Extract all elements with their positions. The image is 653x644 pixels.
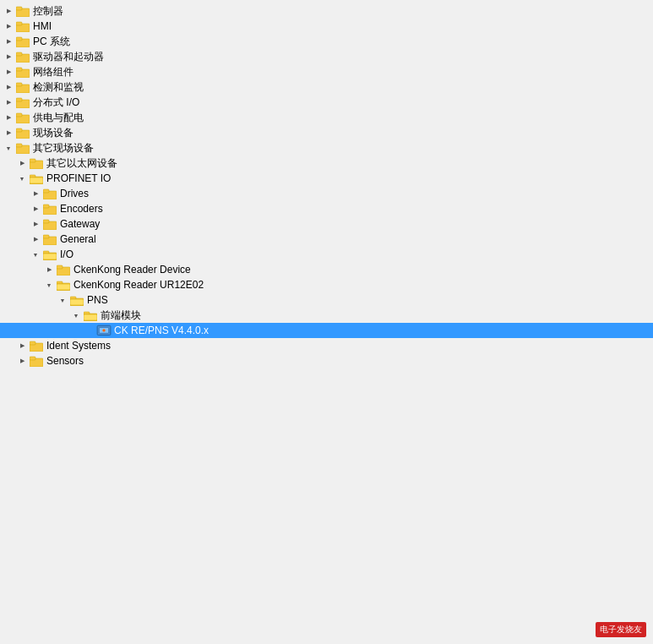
item-label-detect-monitor: 检测和监视 xyxy=(33,79,84,95)
item-label-other-field-devices: 其它现场设备 xyxy=(33,140,94,156)
device-icon-ck-re-pns xyxy=(96,325,112,336)
svg-rect-35 xyxy=(43,254,57,259)
tree-list: 控制器 HMI PC 系统 驱动器和起动器 网络组件 检测和监视 分布式 I/O… xyxy=(0,3,653,368)
svg-rect-32 xyxy=(43,235,49,238)
item-label-ident-systems: Ident Systems xyxy=(46,338,111,353)
folder-icon-gateway xyxy=(42,218,57,230)
tree-item-sensors[interactable]: Sensors xyxy=(0,353,653,368)
folder-icon-detect-monitor xyxy=(15,81,30,93)
svg-rect-43 xyxy=(70,299,84,305)
item-label-field-devices: 现场设备 xyxy=(33,125,73,140)
expand-icon-controllers[interactable] xyxy=(2,4,15,18)
folder-icon-power-supply xyxy=(15,112,30,123)
expand-icon-drives[interactable] xyxy=(29,187,42,200)
item-label-drives: Drives xyxy=(60,186,89,201)
svg-rect-46 xyxy=(84,314,97,320)
item-label-io: I/O xyxy=(60,247,73,262)
tree-item-ck-re-pns[interactable]: CK RE/PNS V4.4.0.x xyxy=(0,323,653,338)
expand-icon-io[interactable] xyxy=(29,248,42,261)
expand-icon-gateway[interactable] xyxy=(29,217,42,231)
expand-icon-hmi[interactable] xyxy=(2,19,15,33)
tree-item-ckenkong-reader-device[interactable]: CkenKong Reader Device xyxy=(0,262,653,277)
expand-icon-other-ethernet-devices[interactable] xyxy=(15,156,29,170)
svg-rect-34 xyxy=(43,251,49,254)
folder-icon-sensors xyxy=(29,355,44,367)
svg-rect-9 xyxy=(16,68,22,71)
expand-icon-field-devices[interactable] xyxy=(2,126,15,139)
svg-rect-5 xyxy=(16,37,22,41)
expand-icon-profinet-io[interactable] xyxy=(15,172,29,185)
expand-icon-detect-monitor[interactable] xyxy=(2,80,15,94)
tree-item-hmi[interactable]: HMI xyxy=(0,19,653,34)
svg-rect-24 xyxy=(30,177,43,183)
folder-icon-ckenkong-reader-device xyxy=(56,264,71,276)
tree-item-ident-systems[interactable]: Ident Systems xyxy=(0,338,653,353)
tree-item-gateway[interactable]: Gateway xyxy=(0,216,653,232)
expand-icon-power-supply[interactable] xyxy=(2,111,15,124)
tree-container: 控制器 HMI PC 系统 驱动器和起动器 网络组件 检测和监视 分布式 I/O… xyxy=(0,0,653,644)
svg-rect-39 xyxy=(57,281,63,284)
folder-icon-front-module xyxy=(83,309,98,321)
tree-item-pns[interactable]: PNS xyxy=(0,292,653,308)
svg-rect-21 xyxy=(30,159,35,162)
expand-icon-distributed-io[interactable] xyxy=(2,96,15,109)
item-label-general: General xyxy=(60,232,96,247)
tree-item-controllers[interactable]: 控制器 xyxy=(0,3,653,19)
expand-icon-network-components[interactable] xyxy=(2,65,15,79)
folder-icon-profinet-io xyxy=(29,172,44,184)
tree-item-network-components[interactable]: 网络组件 xyxy=(0,64,653,79)
expand-icon-pns[interactable] xyxy=(56,293,69,307)
tree-item-drives-starters[interactable]: 驱动器和起动器 xyxy=(0,49,653,64)
folder-icon-other-field-devices xyxy=(15,142,30,154)
svg-rect-3 xyxy=(16,22,22,25)
expand-icon-general[interactable] xyxy=(29,232,42,246)
item-label-power-supply: 供电与配电 xyxy=(33,110,84,125)
expand-icon-ident-systems[interactable] xyxy=(15,339,29,352)
tree-item-distributed-io[interactable]: 分布式 I/O xyxy=(0,95,653,110)
tree-item-detect-monitor[interactable]: 检测和监视 xyxy=(0,79,653,95)
expand-icon-pc-system[interactable] xyxy=(2,35,15,48)
folder-icon-pns xyxy=(69,294,84,306)
expand-icon-front-module[interactable] xyxy=(69,308,83,322)
svg-rect-30 xyxy=(43,220,49,223)
tree-item-profinet-io[interactable]: PROFINET IO xyxy=(0,171,653,186)
expand-icon-other-field-devices[interactable] xyxy=(2,141,15,155)
folder-icon-pc-system xyxy=(15,35,30,47)
watermark: 电子发烧友 xyxy=(596,622,646,637)
expand-icon-ck-re-pns[interactable] xyxy=(83,324,96,337)
tree-item-io[interactable]: I/O xyxy=(0,247,653,262)
item-label-network-components: 网络组件 xyxy=(33,64,73,79)
svg-rect-17 xyxy=(16,128,22,132)
svg-rect-37 xyxy=(57,265,63,269)
svg-point-49 xyxy=(102,329,105,331)
item-label-drives-starters: 驱动器和起动器 xyxy=(33,49,104,64)
svg-rect-11 xyxy=(16,83,22,86)
tree-item-drives[interactable]: Drives xyxy=(0,186,653,201)
tree-item-ckenkong-reader-ur12e02[interactable]: CkenKong Reader UR12E02 xyxy=(0,277,653,292)
svg-rect-42 xyxy=(70,297,76,299)
tree-item-general[interactable]: General xyxy=(0,232,653,247)
tree-item-encoders[interactable]: Encoders xyxy=(0,201,653,216)
folder-icon-controllers xyxy=(15,5,30,17)
tree-item-field-devices[interactable]: 现场设备 xyxy=(0,125,653,140)
folder-icon-other-ethernet-devices xyxy=(29,157,44,169)
svg-rect-45 xyxy=(84,312,90,314)
expand-icon-encoders[interactable] xyxy=(29,202,42,216)
expand-icon-drives-starters[interactable] xyxy=(2,50,15,63)
item-label-pns: PNS xyxy=(87,292,108,308)
tree-item-other-ethernet-devices[interactable]: 其它以太网设备 xyxy=(0,156,653,171)
expand-icon-ckenkong-reader-ur12e02[interactable] xyxy=(42,278,56,292)
folder-icon-field-devices xyxy=(15,127,30,139)
tree-item-power-supply[interactable]: 供电与配电 xyxy=(0,110,653,125)
item-label-pc-system: PC 系统 xyxy=(33,34,70,49)
tree-item-front-module[interactable]: 前端模块 xyxy=(0,308,653,323)
folder-icon-io xyxy=(42,248,57,260)
tree-item-pc-system[interactable]: PC 系统 xyxy=(0,34,653,49)
expand-icon-sensors[interactable] xyxy=(15,354,29,368)
item-label-profinet-io: PROFINET IO xyxy=(46,171,111,186)
expand-icon-ckenkong-reader-device[interactable] xyxy=(42,263,56,276)
tree-item-other-field-devices[interactable]: 其它现场设备 xyxy=(0,140,653,156)
svg-rect-7 xyxy=(16,52,22,56)
svg-rect-51 xyxy=(30,341,35,345)
item-label-gateway: Gateway xyxy=(60,216,100,232)
